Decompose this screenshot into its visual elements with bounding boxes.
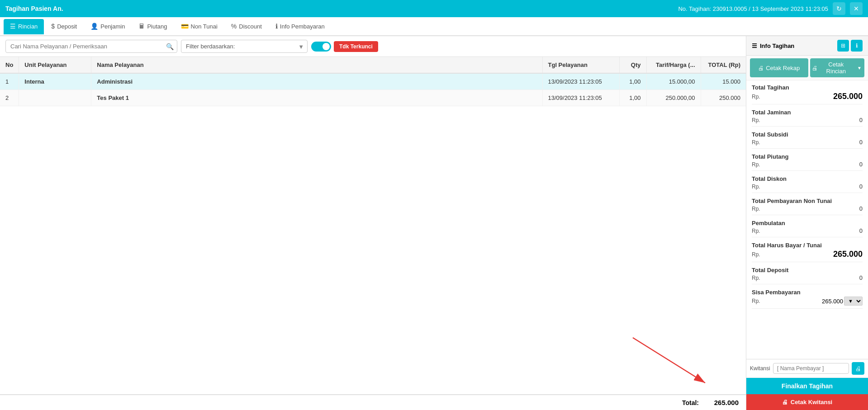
summary-scroll: Total Tagihan Rp. 265.000 Total Jaminan …: [746, 80, 868, 359]
printer-icon: 🖨: [758, 65, 764, 71]
printer-rincian-icon: 🖨: [812, 65, 818, 71]
summary-currency: Rp.: [752, 298, 760, 304]
summary-currency: Rp.: [752, 161, 760, 168]
summary-item: Total Pembayaran Non Tunai Rp. 0: [752, 198, 863, 215]
cetak-rekap-button[interactable]: 🖨 Cetak Rekap: [750, 58, 808, 77]
cell-tarif: 250.000,00: [646, 90, 701, 106]
summary-label: Sisa Pembayaran: [752, 289, 863, 296]
non-tunai-icon: 💳: [181, 23, 189, 30]
col-header-no: No: [0, 57, 19, 73]
close-button[interactable]: ✕: [850, 2, 863, 15]
cetak-rincian-group: 🖨 Cetak Rincian ▼: [810, 58, 865, 77]
summary-value: 0: [859, 117, 863, 123]
summary-item: Total Tagihan Rp. 265.000: [752, 84, 863, 104]
invoice-info: No. Tagihan: 230913.0005 / 13 September …: [678, 5, 828, 12]
tab-penjamin[interactable]: 👤 Penjamin: [84, 19, 131, 34]
summary-row: Rp. 0: [752, 183, 863, 190]
table-row[interactable]: 1 Interna Administrasi 13/09/2023 11:23:…: [0, 73, 746, 90]
cetak-kwitansi-button[interactable]: 🖨 Cetak Kwitansi: [746, 394, 868, 410]
summary-item: Pembulatan Rp. 0: [752, 220, 863, 237]
summary-label: Total Diskon: [752, 175, 863, 182]
tab-penjamin-label: Penjamin: [100, 23, 125, 30]
summary-item: Total Deposit Rp. 0: [752, 267, 863, 284]
header: Tagihan Pasien An. No. Tagihan: 230913.0…: [0, 0, 868, 17]
tab-deposit-label: Deposit: [57, 23, 77, 30]
summary-divider: [752, 104, 863, 104]
rincian-icon: ☰: [10, 23, 16, 30]
summary-divider: [752, 193, 863, 193]
list-icon: ☰: [752, 42, 757, 49]
col-header-tarif: Tarif/Harga (...: [646, 57, 701, 73]
printer-kwitansi-icon: 🖨: [782, 399, 788, 405]
tab-info-pembayaran[interactable]: ℹ Info Pembayaran: [269, 19, 331, 34]
summary-divider: [752, 148, 863, 149]
tab-info-pembayaran-label: Info Pembayaran: [280, 23, 325, 30]
grid-icon-button[interactable]: ⊞: [837, 40, 849, 52]
table-row[interactable]: 2 Tes Paket 1 13/09/2023 11:23:05 1,00 2…: [0, 90, 746, 106]
tab-rincian-label: Rincian: [18, 23, 38, 30]
tab-discount[interactable]: % Discount: [225, 19, 268, 34]
cell-nama: Administrasi: [91, 73, 542, 90]
cetak-rincian-button[interactable]: 🖨 Cetak Rincian: [810, 58, 855, 77]
content-area: 🔍 Filter berdasarkan: ▼ Tdk Terkunci: [0, 36, 746, 410]
rincian-dropdown-button[interactable]: ▼: [854, 58, 864, 77]
header-right: No. Tagihan: 230913.0005 / 13 September …: [678, 2, 863, 15]
tab-deposit[interactable]: $ Deposit: [45, 19, 83, 34]
penjamin-icon: 👤: [90, 23, 98, 30]
summary-item: Total Harus Bayar / Tunai Rp. 265.000: [752, 242, 863, 262]
summary-currency: Rp.: [752, 94, 760, 100]
summary-divider: [752, 170, 863, 171]
summary-row: Rp. 0: [752, 161, 863, 168]
sidebar-header-icons: ⊞ ℹ: [837, 40, 863, 52]
nama-pembayar-input[interactable]: [773, 363, 849, 374]
table-header-row: No Unit Pelayanan Nama Pelayanan Tgl Pel…: [0, 57, 746, 73]
kwitansi-print-button[interactable]: 🖨: [852, 362, 864, 375]
summary-value: 0: [859, 227, 863, 234]
summary-value: 0: [859, 183, 863, 190]
toggle-switch[interactable]: [311, 42, 331, 52]
toggle-wrap: Tdk Terkunci: [311, 41, 378, 52]
deposit-icon: $: [51, 23, 55, 30]
summary-row: Rp. 265.000 ▼: [752, 297, 863, 306]
tab-rincian[interactable]: ☰ Rincian: [4, 19, 44, 34]
summary-row: Rp. 0: [752, 205, 863, 212]
sidebar-title: ☰ Info Tagihan: [752, 42, 794, 49]
tab-piutang[interactable]: 🖩 Piutang: [132, 19, 173, 34]
summary-currency: Rp.: [752, 117, 760, 123]
finalkan-tagihan-button[interactable]: Finalkan Tagihan: [746, 378, 868, 394]
summary-label: Total Pembayaran Non Tunai: [752, 198, 863, 204]
filter-wrap: Filter berdasarkan: ▼: [181, 40, 308, 53]
summary-label: Pembulatan: [752, 220, 863, 226]
summary-currency: Rp.: [752, 206, 760, 212]
summary-label: Total Harus Bayar / Tunai: [752, 242, 863, 249]
footer-total-value: 265.000: [702, 399, 739, 406]
summary-value: 0: [859, 274, 863, 281]
cell-tarif: 15.000,00: [646, 73, 701, 90]
search-input[interactable]: [5, 40, 177, 53]
piutang-icon: 🖩: [138, 23, 145, 30]
info-icon-button[interactable]: ℹ: [851, 40, 863, 52]
cell-tgl: 13/09/2023 11:23:05: [542, 90, 619, 106]
refresh-button[interactable]: ↻: [833, 2, 845, 15]
app-title: Tagihan Pasien An.: [5, 5, 63, 12]
col-header-qty: Qty: [619, 57, 646, 73]
sisa-value-wrap: 265.000 ▼: [822, 297, 863, 306]
filter-select[interactable]: Filter berdasarkan:: [181, 40, 308, 53]
sisa-dropdown[interactable]: ▼: [844, 297, 863, 306]
summary-divider: [752, 126, 863, 127]
summary-row: Rp. 0: [752, 274, 863, 281]
table-container: No Unit Pelayanan Nama Pelayanan Tgl Pel…: [0, 57, 746, 394]
sisa-value: 265.000: [822, 298, 843, 305]
summary-item: Total Jaminan Rp. 0: [752, 109, 863, 127]
summary-currency: Rp.: [752, 184, 760, 190]
footer-bar: Total: 265.000: [0, 394, 746, 410]
summary-item: Total Piutang Rp. 0: [752, 153, 863, 171]
summary-value-large: 265.000: [833, 92, 863, 101]
tab-non-tunai[interactable]: 💳 Non Tunai: [175, 19, 224, 34]
col-header-tgl: Tgl Pelayanan: [542, 57, 619, 73]
cell-unit: Interna: [19, 73, 91, 90]
search-icon: 🔍: [166, 43, 174, 50]
summary-row: Rp. 0: [752, 139, 863, 146]
summary-row: Rp. 265.000: [752, 92, 863, 101]
summary-currency: Rp.: [752, 228, 760, 234]
